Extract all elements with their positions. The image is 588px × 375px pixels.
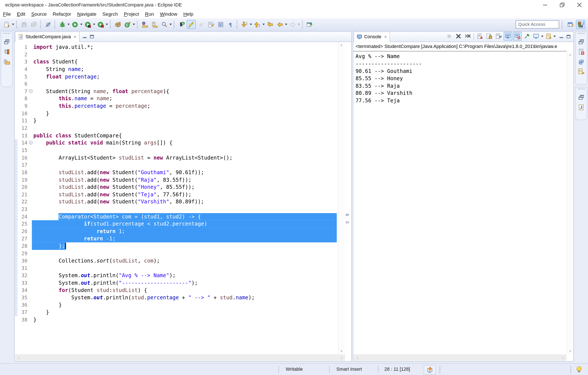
restore-button[interactable] xyxy=(553,0,571,10)
code-line-34[interactable]: for(Student stud:studList) { xyxy=(33,287,338,294)
word-wrap-icon[interactable] xyxy=(494,32,503,40)
code-line-17[interactable] xyxy=(33,161,338,169)
minimize-button[interactable] xyxy=(536,0,553,10)
type-hierarchy-icon[interactable] xyxy=(2,47,11,56)
code-line-20[interactable]: studList.add(new Student("Honey", 85.55f… xyxy=(33,184,338,191)
code-line-2[interactable] xyxy=(33,51,338,58)
overview-marker[interactable] xyxy=(346,214,349,216)
code-line-27[interactable]: return -1; xyxy=(33,235,338,242)
code-line-23[interactable] xyxy=(33,205,338,213)
statusbar-gripper[interactable] xyxy=(570,366,573,373)
view-bar-gripper[interactable] xyxy=(3,33,10,36)
code-line-14[interactable]: public static void main(String args[]) { xyxy=(33,139,338,147)
code-line-4[interactable]: String name; xyxy=(33,65,338,73)
editor-maximize-icon[interactable] xyxy=(90,35,94,39)
show-stderr-icon[interactable] xyxy=(513,32,522,40)
code-line-3[interactable]: class Student{ xyxy=(33,58,338,65)
code-line-31[interactable] xyxy=(33,265,338,272)
display-console-icon[interactable] xyxy=(532,32,540,40)
new-wizard-icon[interactable] xyxy=(2,20,11,29)
new-java-project-icon[interactable] xyxy=(113,20,122,29)
external-tools-dropdown-icon[interactable] xyxy=(106,24,108,25)
new-wizard-dropdown-icon[interactable] xyxy=(12,24,14,25)
prev-annotation-dropdown-icon[interactable] xyxy=(262,24,264,25)
code-line-38[interactable]: } xyxy=(33,316,338,323)
last-edit-location-icon[interactable] xyxy=(265,20,274,29)
open-console-icon[interactable] xyxy=(544,32,553,40)
scroll-left-icon[interactable]: ‹ xyxy=(16,354,22,361)
scroll-up-icon[interactable]: ∧ xyxy=(338,42,345,48)
run-dropdown-icon[interactable] xyxy=(80,24,82,25)
skip-breakpoints-icon[interactable] xyxy=(43,20,52,29)
code-line-13[interactable]: public class StudentCompare{ xyxy=(33,132,338,139)
scroll-right-icon[interactable]: › xyxy=(560,354,566,361)
menu-project[interactable]: Project xyxy=(121,11,142,18)
insert-mode-status[interactable]: Smart Insert xyxy=(336,367,362,372)
code-line-36[interactable]: } xyxy=(33,301,338,309)
java-perspective-button[interactable]: J xyxy=(576,20,585,29)
view-bar-gripper[interactable] xyxy=(578,89,585,91)
view-bar-gripper[interactable] xyxy=(578,33,585,36)
console-horizontal-scrollbar[interactable]: ‹ › xyxy=(354,354,567,361)
code-line-25[interactable]: if(stud1.percentage < stud2.percentage) xyxy=(33,220,338,228)
editor-vertical-scrollbar[interactable]: ∧ ∨ xyxy=(338,42,345,354)
console-text-area[interactable]: Avg % --> Name---------------------90.61… xyxy=(356,53,422,105)
code-line-15[interactable] xyxy=(33,147,338,154)
declaration-icon[interactable]: {= xyxy=(577,67,586,76)
console-maximize-icon[interactable] xyxy=(566,35,571,39)
code-line-24[interactable]: Comparator<Student> com = (stud1, stud2)… xyxy=(33,213,338,220)
code-line-26[interactable]: return 1; xyxy=(33,228,338,235)
code-line-29[interactable] xyxy=(33,250,338,257)
view-restore-icon[interactable] xyxy=(577,93,586,102)
code-line-21[interactable]: studList.add(new Student("Teja", 77.56f)… xyxy=(33,191,338,198)
mark-occurrences-icon[interactable] xyxy=(187,20,196,29)
code-line-37[interactable]: } xyxy=(33,309,338,316)
open-type-icon[interactable] xyxy=(140,20,149,29)
console-output[interactable]: <terminated> StudentCompare [Java Applic… xyxy=(353,42,573,354)
external-tools-icon[interactable] xyxy=(96,20,105,29)
open-resource-icon[interactable] xyxy=(150,20,159,29)
scroll-down-icon[interactable]: ∨ xyxy=(338,348,345,353)
code-line-5[interactable]: float percentage; xyxy=(33,73,338,80)
code-line-32[interactable]: System.out.println("Avg % --> Name"); xyxy=(33,272,338,279)
view-restore-icon[interactable] xyxy=(2,37,11,46)
open-console-dropdown-icon[interactable] xyxy=(553,35,556,37)
editor-horizontal-scrollbar[interactable]: ‹ › xyxy=(15,354,345,361)
remove-launch-icon[interactable] xyxy=(454,32,463,40)
pin-console-icon[interactable] xyxy=(523,32,531,40)
editor-minimize-icon[interactable] xyxy=(83,35,87,39)
fold-collapse-icon[interactable] xyxy=(29,89,32,93)
quick-access-input[interactable] xyxy=(515,20,559,28)
code-line-18[interactable]: studList.add(new Student("Gouthami", 90.… xyxy=(33,169,338,176)
debug-dropdown-icon[interactable] xyxy=(67,24,70,25)
fold-collapse-icon[interactable] xyxy=(29,141,32,144)
scroll-left-icon[interactable]: ‹ xyxy=(354,354,360,361)
show-selected-element-icon[interactable] xyxy=(216,20,225,29)
caret-position-status[interactable]: 28 : 11 [128] xyxy=(385,367,410,372)
overview-ruler[interactable] xyxy=(345,42,350,354)
code-line-30[interactable]: Collections.sort(studList, com); xyxy=(33,257,338,265)
code-editor[interactable]: 1234567891011121314151617181920212223242… xyxy=(15,42,351,354)
scroll-down-icon[interactable]: ∨ xyxy=(567,348,573,353)
console-vertical-scrollbar[interactable]: ∧ ∨ xyxy=(567,52,573,354)
tab-console[interactable]: Console ✕ xyxy=(354,32,390,42)
scroll-lock-icon[interactable] xyxy=(485,32,494,40)
open-perspective-button[interactable] xyxy=(566,20,575,29)
code-line-16[interactable]: ArrayList<Student> studList = new ArrayL… xyxy=(33,154,338,161)
menu-window[interactable]: Window xyxy=(157,11,180,18)
terminate-icon[interactable] xyxy=(445,32,453,40)
save-icon[interactable] xyxy=(20,20,29,29)
new-java-class-icon[interactable]: C xyxy=(123,20,132,29)
tab-studentcompare-java[interactable]: J StudentCompare.java ✕ xyxy=(15,32,80,42)
coverage-icon[interactable] xyxy=(83,20,92,29)
statusbar-gripper[interactable] xyxy=(440,366,442,373)
search-icon[interactable] xyxy=(160,20,169,29)
new-java-class-dropdown-icon[interactable] xyxy=(133,24,135,25)
menu-refactor[interactable]: Refactor xyxy=(50,11,74,18)
code-line-9[interactable]: this.percentage = percentage; xyxy=(33,103,338,110)
forward-dropdown-icon[interactable] xyxy=(298,24,300,25)
build-status-button[interactable] xyxy=(424,365,436,375)
close-button[interactable] xyxy=(571,0,588,10)
save-all-icon[interactable] xyxy=(29,20,38,29)
code-text-area[interactable]: import java.util.*;class Student{ String… xyxy=(33,43,338,323)
